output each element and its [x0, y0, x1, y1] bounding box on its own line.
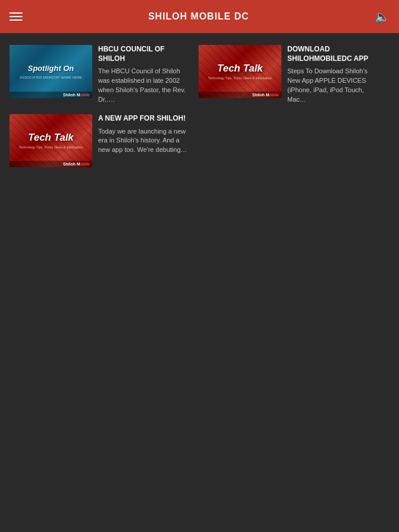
article-excerpt: Today we are launching a new era in Shil…	[98, 127, 189, 155]
app-title: SHILOH MOBILE DC	[148, 11, 249, 22]
article-thumbnail: Tech Talk Technology Tips, Tricks, News …	[199, 45, 281, 98]
app-header: SHILOH MOBILE DC 🔈	[0, 0, 399, 33]
article-card[interactable]: Tech Talk Technology Tips, Tricks, News …	[194, 40, 383, 109]
article-body: A NEW APP FOR SHILOH! Today we are launc…	[92, 114, 189, 155]
article-thumbnail: Tech Talk Technology Tips, Tricks, News …	[9, 114, 92, 167]
volume-icon[interactable]: 🔈	[375, 9, 390, 24]
article-card[interactable]: Tech Talk Technology Tips, Tricks, News …	[5, 109, 194, 172]
article-thumbnail: Spotlight On ASSOCIATED MINISTRY NAME HE…	[9, 45, 92, 98]
article-excerpt: Steps To Download Shiloh's New App APPLE…	[287, 67, 378, 105]
shiloh-logo: Shiloh Mobile	[63, 162, 90, 166]
articles-container: Spotlight On ASSOCIATED MINISTRY NAME HE…	[0, 33, 399, 179]
shiloh-logo: Shiloh Mobile	[252, 93, 279, 97]
article-title: DOWNLOAD SHILOHMOBILEDC APP	[287, 45, 378, 63]
menu-button[interactable]	[9, 12, 22, 21]
article-card[interactable]: Spotlight On ASSOCIATED MINISTRY NAME HE…	[5, 40, 194, 109]
article-title: A NEW APP FOR SHILOH!	[98, 114, 189, 124]
shiloh-logo: Shiloh Mobile	[63, 93, 90, 97]
article-excerpt: The HBCU Council of Shiloh was establish…	[98, 67, 189, 105]
article-title: HBCU COUNCIL OF SHILOH	[98, 45, 189, 63]
article-body: HBCU COUNCIL OF SHILOH The HBCU Council …	[92, 45, 189, 105]
article-body: DOWNLOAD SHILOHMOBILEDC APP Steps To Dow…	[281, 45, 378, 105]
